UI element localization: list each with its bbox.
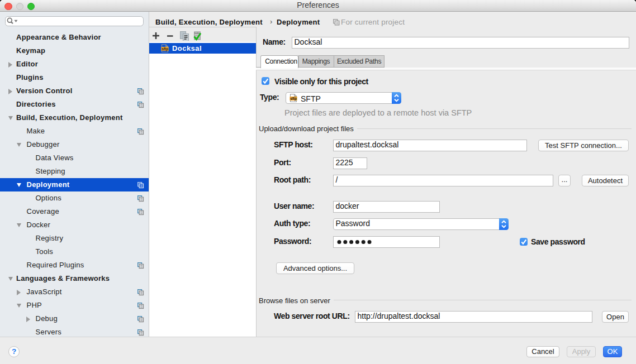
- svg-text:sftp: sftp: [162, 47, 168, 51]
- svg-text:sftp: sftp: [290, 97, 297, 101]
